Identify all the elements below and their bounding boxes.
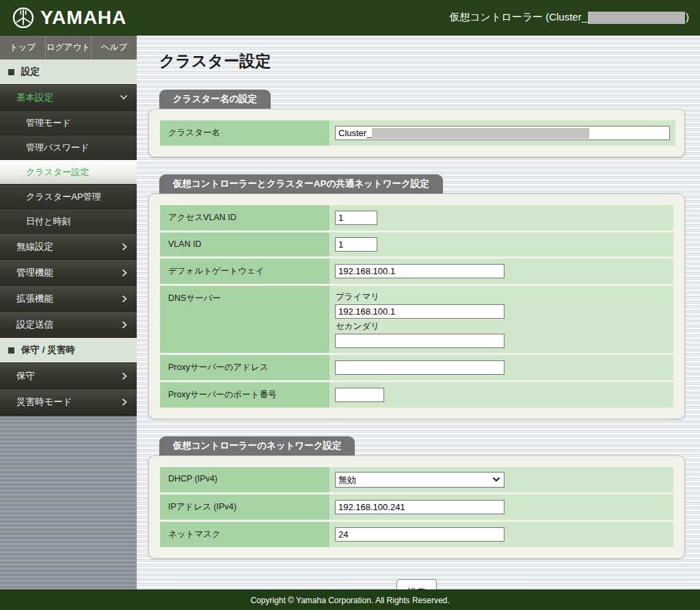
sidebar-item-wireless-settings[interactable]: 無線設定 bbox=[0, 234, 137, 260]
dns-secondary-input[interactable] bbox=[335, 334, 504, 348]
form-row-proxy-port: Proxyサーバーのポート番号 bbox=[160, 382, 673, 408]
form-row-default-gateway: デフォルトゲートウェイ bbox=[160, 258, 673, 284]
ip-address-input[interactable] bbox=[335, 500, 504, 514]
form-row-vlan-id: VLAN ID bbox=[160, 233, 673, 256]
dns-primary-input[interactable] bbox=[335, 304, 504, 319]
sidebar-filler bbox=[0, 415, 137, 589]
form-row-netmask: ネットマスク bbox=[160, 522, 673, 547]
field-value-cell bbox=[329, 494, 673, 520]
brand-wordmark: YAMAHA bbox=[40, 7, 126, 29]
field-value-cell bbox=[329, 258, 673, 284]
chevron-right-icon bbox=[122, 372, 128, 380]
page-title: クラスター設定 bbox=[159, 51, 685, 72]
section-tab-cluster-name: クラスター名の設定 bbox=[159, 90, 271, 109]
nav-tab-help[interactable]: ヘルプ bbox=[92, 36, 137, 59]
dhcp-select[interactable]: 無効 bbox=[335, 472, 504, 488]
field-label: Proxyサーバーのポート番号 bbox=[160, 382, 329, 408]
sidebar-item-extended-functions[interactable]: 拡張機能 bbox=[0, 286, 137, 312]
sidebar-item-disaster-mode[interactable]: 災害時モード bbox=[0, 389, 137, 415]
proxy-address-input[interactable] bbox=[335, 360, 504, 375]
dns-secondary-label: セカンダリ bbox=[336, 321, 379, 332]
field-value-cell bbox=[329, 355, 673, 380]
sidebar-item-cluster-settings[interactable]: クラスター設定 bbox=[0, 160, 137, 185]
chevron-right-icon bbox=[122, 321, 128, 329]
sidebar-item-management-password[interactable]: 管理パスワード bbox=[0, 135, 137, 160]
form-row-dns-server: DNSサーバー プライマリ セカンダリ bbox=[160, 286, 673, 353]
square-bullet-icon bbox=[8, 69, 14, 75]
sidebar-section-settings: 設定 bbox=[0, 59, 137, 85]
controller-title: 仮想コントローラー (Cluster_) bbox=[449, 11, 689, 24]
access-vlan-id-input[interactable] bbox=[335, 211, 377, 225]
field-value-cell: 無効 bbox=[329, 467, 673, 492]
nav-tab-bar: トップ ログアウト ヘルプ bbox=[0, 36, 137, 59]
yamaha-tuning-fork-icon bbox=[11, 5, 36, 30]
yamaha-logo: YAMAHA bbox=[11, 5, 126, 30]
sidebar-item-cluster-ap[interactable]: クラスターAP管理 bbox=[0, 185, 137, 209]
nav-tab-top[interactable]: トップ bbox=[0, 36, 46, 59]
field-label: デフォルトゲートウェイ bbox=[160, 258, 329, 284]
chevron-right-icon bbox=[122, 398, 128, 406]
field-label: ネットマスク bbox=[160, 522, 329, 547]
top-header-bar: YAMAHA 仮想コントローラー (Cluster_) bbox=[0, 0, 700, 36]
field-value-cell: プライマリ セカンダリ bbox=[329, 286, 673, 353]
form-row-access-vlan: アクセスVLAN ID bbox=[160, 205, 673, 230]
redaction-overlay bbox=[588, 12, 685, 24]
main-content: クラスター設定 クラスター名の設定 クラスター名 仮想コントローラーとクラスター… bbox=[137, 36, 700, 589]
sidebar-item-maintenance[interactable]: 保守 bbox=[0, 363, 137, 389]
section-box-cluster-name: クラスター名 bbox=[148, 109, 685, 157]
field-value-cell bbox=[329, 522, 673, 547]
submit-row: 設定 bbox=[148, 579, 685, 589]
submit-button[interactable]: 設定 bbox=[396, 579, 437, 589]
field-value-cell bbox=[329, 120, 675, 146]
default-gateway-input[interactable] bbox=[335, 264, 504, 278]
controller-title-prefix: 仮想コントローラー (Cluster_ bbox=[449, 11, 587, 23]
field-value-cell bbox=[329, 205, 673, 230]
copyright-text: Copyright © Yamaha Corporation. All Righ… bbox=[250, 596, 449, 605]
sidebar-item-date-time[interactable]: 日付と時刻 bbox=[0, 209, 137, 234]
section-box-common-network: アクセスVLAN ID VLAN ID デフォルトゲートウェイ DNSサーバー bbox=[148, 194, 685, 419]
sidebar: トップ ログアウト ヘルプ 設定 基本設定 管理モード 管理パスワード クラスタ… bbox=[0, 36, 137, 589]
field-label: VLAN ID bbox=[160, 233, 329, 256]
section-box-controller-network: DHCP (IPv4) 無効 IPアドレス (IPv4) bbox=[148, 455, 685, 559]
netmask-input[interactable] bbox=[335, 527, 504, 542]
section-tab-controller-network: 仮想コントローラーのネットワーク設定 bbox=[159, 436, 355, 455]
form-row-ip-address: IPアドレス (IPv4) bbox=[160, 494, 673, 520]
field-label: アクセスVLAN ID bbox=[160, 205, 329, 230]
form-row-proxy-address: Proxyサーバーのアドレス bbox=[160, 355, 673, 380]
section-tab-common-network: 仮想コントローラーとクラスターAPの共通ネットワーク設定 bbox=[159, 174, 443, 194]
vlan-id-input[interactable] bbox=[335, 237, 377, 252]
field-label: DHCP (IPv4) bbox=[160, 467, 329, 492]
redaction-overlay bbox=[372, 128, 589, 139]
field-label: Proxyサーバーのアドレス bbox=[160, 355, 329, 380]
field-value-cell bbox=[329, 382, 673, 408]
field-label: クラスター名 bbox=[160, 120, 329, 146]
chevron-down-icon bbox=[120, 94, 128, 101]
dhcp-select-wrap: 無効 bbox=[335, 472, 504, 488]
field-value-cell bbox=[329, 233, 673, 256]
form-row-dhcp: DHCP (IPv4) 無効 bbox=[160, 467, 673, 492]
square-bullet-icon bbox=[8, 347, 14, 354]
form-row-cluster-name: クラスター名 bbox=[160, 120, 673, 146]
field-label: IPアドレス (IPv4) bbox=[160, 494, 329, 520]
sidebar-item-config-send[interactable]: 設定送信 bbox=[0, 312, 137, 338]
field-label: DNSサーバー bbox=[160, 286, 329, 353]
chevron-right-icon bbox=[122, 295, 128, 303]
controller-title-suffix: ) bbox=[686, 11, 689, 23]
chevron-right-icon bbox=[122, 243, 128, 251]
nav-tab-logout[interactable]: ログアウト bbox=[46, 36, 92, 59]
sidebar-item-management-functions[interactable]: 管理機能 bbox=[0, 260, 137, 286]
sidebar-item-management-mode[interactable]: 管理モード bbox=[0, 111, 137, 135]
proxy-port-input[interactable] bbox=[335, 388, 384, 402]
footer: Copyright © Yamaha Corporation. All Righ… bbox=[0, 589, 700, 610]
sidebar-item-basic-settings[interactable]: 基本設定 bbox=[0, 85, 137, 111]
chevron-right-icon bbox=[122, 269, 128, 277]
sidebar-section-maintenance: 保守 / 災害時 bbox=[0, 338, 137, 363]
dns-primary-label: プライマリ bbox=[336, 291, 379, 303]
cluster-name-input-wrap bbox=[335, 126, 670, 140]
